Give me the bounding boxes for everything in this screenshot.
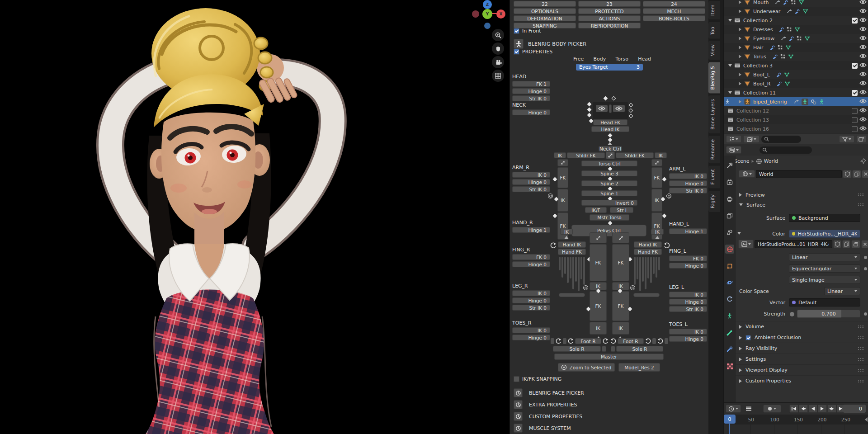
- collection-checkbox-empty[interactable]: [852, 117, 858, 123]
- outliner-search-input[interactable]: [761, 136, 801, 143]
- foot-roll-icon[interactable]: [657, 338, 664, 344]
- drag-dots-icon[interactable]: [858, 379, 864, 383]
- outliner-row[interactable]: Collection 13: [724, 115, 868, 124]
- outliner-item-name[interactable]: Underwear: [753, 9, 780, 14]
- collapsed-panel-header[interactable]: Volume: [736, 321, 868, 332]
- drag-dots-icon[interactable]: [858, 368, 864, 372]
- animation-icon[interactable]: [781, 36, 787, 41]
- picker-fingers-r[interactable]: [559, 257, 585, 291]
- pose-mode-tab[interactable]: Torso: [615, 56, 628, 62]
- picker-knee-target-l[interactable]: [630, 285, 635, 290]
- picker-foot-bone[interactable]: [652, 338, 656, 344]
- outliner-item-name[interactable]: Collection 12: [736, 108, 769, 114]
- axis-y-ball[interactable]: Y: [482, 9, 492, 19]
- particles-icon[interactable]: [791, 0, 796, 5]
- collapsed-panel-header[interactable]: Custom Properties: [736, 375, 868, 386]
- sidebar-tab[interactable]: Rigify: [708, 191, 720, 212]
- collapse-caret-icon[interactable]: [727, 91, 732, 94]
- vector-field[interactable]: Default: [789, 298, 860, 307]
- mesh-data-icon[interactable]: [798, 0, 804, 5]
- drag-dots-icon[interactable]: [858, 193, 864, 197]
- playhead-chip[interactable]: 0: [724, 415, 736, 424]
- picker-shin-fk-l[interactable]: FK: [612, 291, 629, 321]
- outliner-item-name[interactable]: Collection 11: [743, 90, 776, 96]
- particles-icon[interactable]: [778, 45, 783, 50]
- picker-leg-column-l[interactable]: FK IK FK IK: [612, 232, 629, 335]
- picker-marker[interactable]: [564, 236, 569, 239]
- mesh-data-icon[interactable]: [804, 36, 810, 41]
- picker-bone-diamond[interactable]: [629, 114, 633, 118]
- outliner-row[interactable]: Boot_R: [724, 79, 868, 88]
- eyes-target-slider[interactable]: Eyes Target 3: [576, 64, 643, 71]
- play-reverse-button[interactable]: [808, 405, 817, 413]
- picker-fingers-l[interactable]: [634, 257, 660, 291]
- hand-rotate-icon[interactable]: [664, 242, 670, 248]
- outliner-row[interactable]: Collection 11: [724, 88, 868, 97]
- modifier-wrench-icon[interactable]: [795, 9, 800, 14]
- sidebar-tab[interactable]: Bone Layers: [708, 95, 720, 133]
- sidebar-tab[interactable]: Item: [708, 1, 720, 19]
- picker-foot-bone[interactable]: [563, 338, 566, 344]
- picker-nose-bone[interactable]: [609, 104, 612, 113]
- picker-bone-diamond[interactable]: [553, 177, 557, 182]
- modifier-wrench-icon[interactable]: [770, 45, 775, 50]
- pose-mode-tab[interactable]: Head: [638, 56, 651, 62]
- tab-constraints[interactable]: [725, 295, 734, 304]
- picker-bone-diamond[interactable]: [608, 133, 613, 138]
- picker-arm-column-r[interactable]: FK IK FK: [557, 159, 568, 240]
- expand-caret-icon[interactable]: [737, 73, 742, 76]
- tab-view-layer[interactable]: [725, 211, 734, 220]
- drag-dots-icon[interactable]: [858, 203, 864, 207]
- outliner-item-name[interactable]: Hair: [753, 45, 764, 51]
- sidebar-tab[interactable]: BlenRig 5: [708, 62, 720, 94]
- picker-shoulder-ik-r[interactable]: IK: [554, 152, 566, 158]
- breadcrumb-scene[interactable]: Scene: [734, 158, 750, 164]
- picker-arm-top-r[interactable]: [557, 159, 568, 166]
- expand-caret-icon[interactable]: [737, 9, 742, 13]
- picker-wrist-ik-l[interactable]: IK: [651, 229, 664, 235]
- picker-value-button[interactable]: Str IK 0: [669, 306, 707, 312]
- visibility-eye-icon[interactable]: [859, 126, 867, 132]
- collapsed-panel-header[interactable]: Viewport Display: [736, 364, 868, 375]
- visibility-eye-icon[interactable]: [859, 9, 867, 14]
- panel-section-icon[interactable]: [514, 400, 523, 409]
- fake-user-shield-button[interactable]: [843, 170, 852, 178]
- picker-master-button[interactable]: Master: [554, 354, 664, 360]
- collection-checkbox-checked[interactable]: [852, 18, 858, 24]
- outliner-item-name[interactable]: Boot_R: [753, 81, 770, 87]
- picker-value-button[interactable]: Hinge 0: [512, 297, 550, 303]
- image-unlink-button[interactable]: [861, 240, 868, 248]
- image-pack-button[interactable]: [851, 240, 860, 248]
- navigation-gizmo[interactable]: Z Y X: [466, 0, 509, 32]
- viewport-3d[interactable]: Z Y X: [0, 0, 509, 434]
- outliner-row[interactable]: Underwear: [724, 7, 868, 16]
- bone-layer-button[interactable]: 23: [578, 1, 641, 7]
- picker-value-button[interactable]: Hinge 0: [512, 88, 550, 94]
- strength-slider[interactable]: 0.700: [797, 310, 860, 318]
- expand-caret-icon[interactable]: [737, 28, 742, 31]
- tab-physics[interactable]: [725, 278, 734, 287]
- animation-icon[interactable]: [775, 0, 781, 5]
- collapse-caret-icon[interactable]: [727, 64, 732, 67]
- model-res-button[interactable]: Model_Res 2: [618, 363, 660, 372]
- visibility-eye-icon[interactable]: [859, 72, 867, 78]
- current-frame-field[interactable]: 0: [843, 405, 866, 413]
- overlap-arrow-icon[interactable]: [865, 417, 868, 422]
- interpolation-dropdown[interactable]: Linear: [789, 253, 860, 261]
- collapsed-panel-row[interactable]: BLENRIG FACE PICKER: [510, 387, 709, 399]
- particles-icon[interactable]: [787, 27, 792, 32]
- picker-sole-l-button[interactable]: Sole R: [616, 346, 663, 352]
- collapsed-panel-header[interactable]: Ray Visibility: [736, 343, 868, 354]
- panel-section-icon[interactable]: [514, 412, 523, 421]
- panel-section-icon[interactable]: [514, 424, 523, 433]
- outliner-row[interactable]: Torus: [724, 52, 868, 61]
- timeline-track[interactable]: [724, 425, 868, 434]
- picker-forearm-fk-l[interactable]: FK: [651, 212, 662, 240]
- modifier-wrench-icon[interactable]: [779, 27, 784, 32]
- drag-dots-icon[interactable]: [858, 336, 864, 340]
- outliner-display-mode-dropdown[interactable]: [726, 135, 741, 143]
- picker-bone-diamond[interactable]: [587, 113, 592, 118]
- picker-shin-fk-r[interactable]: FK: [590, 291, 607, 321]
- picker-hand-ik-l[interactable]: Hand IK: [634, 241, 662, 248]
- tab-bone[interactable]: [725, 328, 734, 337]
